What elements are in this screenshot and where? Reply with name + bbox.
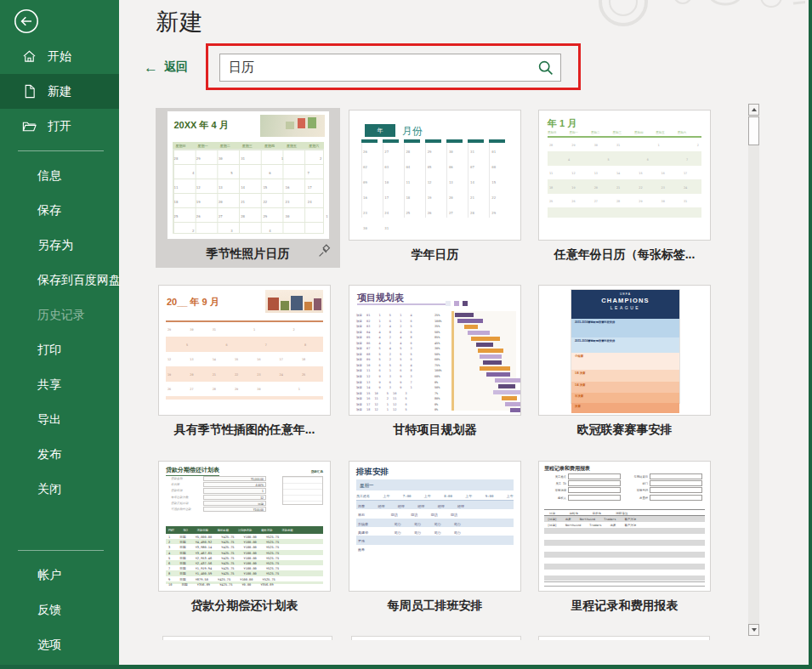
template-title: 任意年份日历（每张标签... [538, 247, 711, 263]
new-document-icon [22, 84, 37, 99]
backstage-sidebar: 开始 新建 打开 信息 保存 另存为 保存到百度网盘 历史记录 打印 共享 导出… [0, 0, 119, 669]
form-labels-right: 每周结束日 部门 车辆号码 总里程 [627, 473, 648, 502]
next-row-thumbnail-partial [162, 636, 332, 640]
down-arrow-icon [752, 628, 757, 632]
annotation-box [206, 43, 581, 90]
calendar-dates: 28 29 30 31 1 2 3 4 5 6 7 8 9 10 11 12 1… [174, 151, 330, 238]
scrollbar-thumb[interactable] [748, 116, 759, 145]
summary-label: 贷款汇总 [311, 470, 323, 473]
sidebar-item-label: 导出 [37, 412, 61, 428]
scrollbar-up-button[interactable] [748, 104, 759, 116]
uefa-badge-text: UEFA [571, 292, 679, 296]
template-title: 具有季节性插图的任意年... [158, 422, 331, 438]
sidebar-divider [18, 150, 104, 151]
sidebar-item-label: 保存到百度网盘 [37, 273, 121, 288]
thumb-title: 20XX 年 4 月 [174, 119, 229, 132]
sidebar-item-label: 信息 [37, 168, 61, 184]
template-thumbnail: 年 月份 26 27 28 29 30 31 01 02 03 04 05 06… [349, 110, 521, 241]
sidebar-item-history: 历史记录 [0, 298, 119, 332]
page-title: 新建 [156, 7, 203, 37]
template-tile-seasonal-illustration-calendar[interactable]: 20__ 年 9 月 29 30 31 1 2 3 4 5 6 7 8 9 10… [158, 285, 331, 438]
template-tile-weekly-shift-schedule[interactable]: 排班安排 星期一 员工姓名 上午 7:00 上午 8:00 上午 9:00 上午… [349, 461, 521, 614]
template-tile-school-year-calendar[interactable]: 年 月份 26 27 28 29 30 31 01 02 03 04 05 06… [349, 110, 521, 263]
sidebar-item-close[interactable]: 关闭 [0, 472, 119, 507]
weekday-header: 星期日 星期一 星期二 星期三 星期四 星期五 星期六 [173, 142, 324, 149]
task-rows: 项目 01 1 5 1 4 项目 02 1 6 1 6 项目 03 2 4 2 … [356, 313, 412, 413]
template-thumbnail: 排班安排 星期一 员工姓名 上午 7:00 上午 8:00 上午 9:00 上午… [349, 461, 521, 592]
calendar-dates: 29 30 31 1 2 3 4 5 6 7 8 9 10 11 12 13 1… [168, 323, 331, 398]
up-arrow-icon [752, 108, 757, 111]
form-labels-left: 员工姓名 员工 ID 车辆说明 授权人 [546, 473, 566, 502]
template-tile-loan-amortization[interactable]: 贷款分期偿还计划表 贷款金额 年利率 贷款年限 每年还款次数 贷款开始日期 可选… [158, 461, 331, 614]
summary-box [282, 476, 323, 505]
scrollbar-track[interactable] [748, 104, 759, 636]
home-icon [22, 49, 37, 64]
sidebar-item-new[interactable]: 新建 [0, 74, 119, 109]
back-link[interactable]: ← 返回 [144, 60, 188, 75]
decorative-circles [591, 0, 805, 37]
input-labels: 贷款金额 年利率 贷款年限 每年还款次数 贷款开始日期 可选的额外还款 [171, 476, 191, 513]
thumb-year-box: 年 [365, 124, 395, 137]
template-thumbnail: 里程记录和费用报表 员工姓名 员工 ID 车辆说明 授权人 每周结束日 部门 车… [538, 461, 711, 592]
sidebar-divider [18, 550, 104, 551]
template-tile-any-year-calendar[interactable]: 年 1 月 星期日 星期一 星期二 星期三 星期四 星期五 星期六 28 29 … [538, 110, 711, 263]
template-thumbnail: 20__ 年 9 月 29 30 31 1 2 3 4 5 6 7 8 9 10… [158, 285, 331, 416]
pin-icon[interactable] [317, 244, 332, 258]
template-tile-champions-league-schedule[interactable]: UEFA CHAMPIONS LEAGUE 2015-2016赛季欧冠联赛日程安… [538, 285, 711, 438]
sidebar-item-save-as[interactable]: 另存为 [0, 228, 119, 263]
open-folder-icon [22, 119, 37, 133]
sidebar-item-feedback[interactable]: 反馈 [0, 592, 119, 627]
template-tile-seasonal-photo-calendar[interactable]: 20XX 年 4 月 星期日 星期一 星期二 星期三 星期四 星期五 星期六 2… [156, 108, 340, 268]
section-header: 2015-2016赛季欧冠联赛日程安排 [571, 319, 679, 324]
template-tile-gantt-project-planner[interactable]: 项目规划表 项目 01 1 5 1 4 项目 02 1 6 1 6 项目 03 … [349, 285, 521, 438]
sidebar-item-label: 另存为 [37, 238, 73, 253]
scrollbar-down-button[interactable] [748, 624, 759, 636]
back-arrow-icon: ← [144, 60, 158, 75]
champions-text: CHAMPIONS [571, 297, 679, 304]
sidebar-item-info[interactable]: 信息 [0, 158, 119, 193]
excel-backstage-new-page: { "colors":{"sidebar_green":"#217346","s… [0, 0, 812, 669]
template-thumbnail: 贷款分期偿还计划表 贷款金额 年利率 贷款年限 每年还款次数 贷款开始日期 可选… [158, 461, 331, 592]
form-boxes-left [568, 473, 621, 502]
sidebar-item-share[interactable]: 共享 [0, 367, 119, 402]
sidebar-item-home[interactable]: 开始 [0, 39, 119, 74]
sidebar-item-label: 新建 [48, 84, 71, 99]
template-title: 每周员工排班安排 [349, 598, 521, 614]
thumb-month-label: 月份 [402, 124, 423, 139]
template-thumbnail: 20XX 年 4 月 星期日 星期一 星期二 星期三 星期四 星期五 星期六 2… [167, 111, 330, 240]
gantt-chart [451, 311, 516, 411]
next-row-thumbnail-partial [351, 636, 521, 640]
thumb-title: 项目规划表 [357, 292, 404, 304]
template-tile-mileage-expense-report[interactable]: 里程记录和费用报表 员工姓名 员工 ID 车辆说明 授权人 每周结束日 部门 车… [538, 461, 711, 614]
sidebar-item-account[interactable]: 帐户 [0, 558, 119, 592]
window-border-bottom [0, 665, 812, 669]
thumb-title: 排班安排 [356, 467, 389, 478]
thumb-illustration [265, 290, 323, 313]
sidebar-item-print[interactable]: 打印 [0, 332, 119, 367]
sidebar-item-label: 反馈 [37, 603, 61, 618]
back-circle-button[interactable] [14, 9, 39, 34]
day-band: 星期一 [356, 479, 514, 490]
template-thumbnail: 年 1 月 星期日 星期一 星期二 星期三 星期四 星期五 星期六 28 29 … [538, 110, 711, 241]
table-header: PMT NO 还款日期 期初余额 计划的还款 额外还款 还款总额 [166, 526, 323, 534]
table-footer [544, 581, 705, 587]
sidebar-item-export[interactable]: 导出 [0, 402, 119, 437]
sidebar-item-publish[interactable]: 发布 [0, 437, 119, 472]
weekday-header: 星期日 星期一 星期二 星期三 星期四 星期五 星期六 [548, 131, 701, 134]
template-title: 欧冠联赛赛事安排 [538, 422, 711, 438]
input-values: ¥5,000.00 4.00% 1 12 日期 ¥100.00 [203, 476, 266, 513]
sidebar-item-save-to-baidu[interactable]: 保存到百度网盘 [0, 263, 119, 298]
sidebar-item-open[interactable]: 打开 [0, 109, 119, 144]
window-border-right [809, 0, 812, 669]
thumb-title: 年 1 月 [548, 117, 576, 130]
sidebar-item-options[interactable]: 选项 [0, 627, 119, 662]
sidebar-item-label: 选项 [37, 638, 61, 653]
template-thumbnail: 项目规划表 项目 01 1 5 1 4 项目 02 1 6 1 6 项目 03 … [349, 285, 521, 416]
sidebar-item-label: 帐户 [37, 568, 61, 583]
thumb-photo [260, 115, 325, 137]
sidebar-item-label: 打开 [48, 119, 71, 134]
thumb-title: 20__ 年 9 月 [167, 296, 219, 309]
thumb-title: 里程记录和费用报表 [544, 465, 590, 473]
template-title: 季节性照片日历 [156, 247, 340, 262]
sidebar-item-save[interactable]: 保存 [0, 193, 119, 228]
